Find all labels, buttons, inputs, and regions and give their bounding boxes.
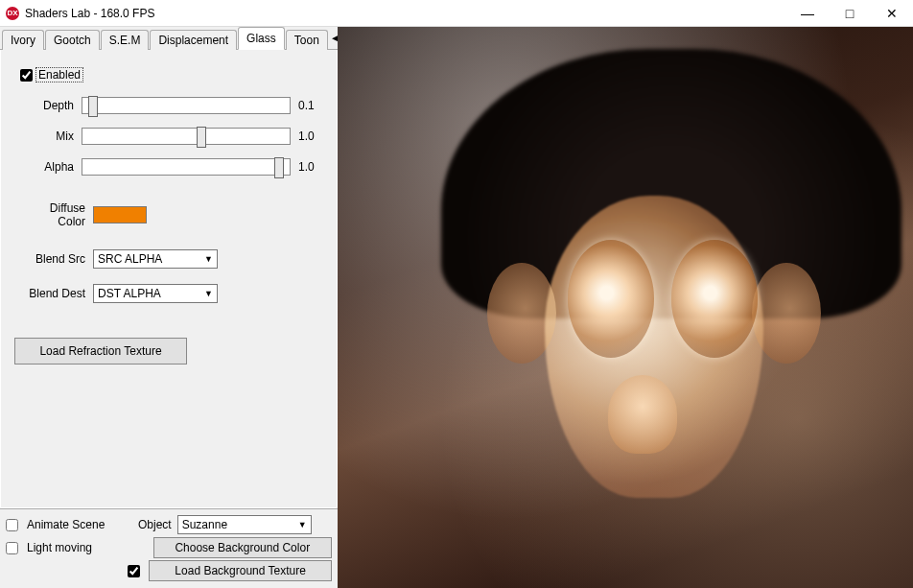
blend-src-label: Blend Src <box>20 252 93 266</box>
light-checkbox[interactable] <box>6 542 18 554</box>
tab-sem[interactable]: S.E.M <box>101 30 150 50</box>
depth-value: 0.1 <box>298 99 327 112</box>
titlebar: DX Shaders Lab - 168.0 FPS ― □ ✕ <box>0 0 913 27</box>
alpha-thumb[interactable] <box>274 157 284 178</box>
load-bg-texture-button[interactable]: Load Background Texture <box>149 560 332 581</box>
bg-texture-checkbox[interactable] <box>128 565 140 577</box>
bottom-row-3: Load Background Texture <box>6 559 332 582</box>
tab-gootch[interactable]: Gootch <box>45 30 100 50</box>
mix-thumb[interactable] <box>197 127 206 148</box>
depth-thumb[interactable] <box>88 96 98 117</box>
blend-src-row: Blend Src SRC ALPHA ▼ <box>20 246 327 272</box>
chevron-down-icon: ▼ <box>204 289 213 298</box>
animate-label: Animate Scene <box>27 518 132 531</box>
tabstrip: Ivory Gootch S.E.M Displacement Glass To… <box>0 27 338 50</box>
mix-value: 1.0 <box>298 129 327 143</box>
window-title: Shaders Lab - 168.0 FPS <box>25 7 786 20</box>
blend-src-value: SRC ALPHA <box>98 252 162 266</box>
depth-slider[interactable] <box>82 97 291 114</box>
blend-dest-label: Blend Dest <box>20 287 93 300</box>
tab-toon[interactable]: Toon <box>286 30 328 50</box>
mix-label: Mix <box>20 129 82 143</box>
alpha-slider[interactable] <box>82 158 291 176</box>
close-button[interactable]: ✕ <box>871 0 913 26</box>
maximize-button[interactable]: □ <box>829 0 871 26</box>
object-label: Object <box>138 518 172 531</box>
load-refraction-button[interactable]: Load Refraction Texture <box>14 338 187 365</box>
enabled-checkbox[interactable] <box>20 69 33 82</box>
tab-ivory[interactable]: Ivory <box>2 30 44 50</box>
tab-displacement[interactable]: Displacement <box>150 30 237 50</box>
depth-slider-wrap: 0.1 <box>82 97 327 114</box>
viewport-nose <box>608 375 677 454</box>
bottom-row-1: Animate Scene Object Suzanne ▼ <box>6 513 332 536</box>
mix-slider-wrap: 1.0 <box>82 128 327 145</box>
alpha-value: 1.0 <box>298 160 327 174</box>
left-panel: Ivory Gootch S.E.M Displacement Glass To… <box>0 27 338 588</box>
tab-glass[interactable]: Glass <box>238 27 285 50</box>
enabled-row: Enabled <box>20 61 327 88</box>
blend-dest-select[interactable]: DST ALPHA ▼ <box>93 284 218 303</box>
render-viewport[interactable] <box>338 27 913 588</box>
app-icon: DX <box>6 7 19 20</box>
main-area: Ivory Gootch S.E.M Displacement Glass To… <box>0 27 913 588</box>
animate-checkbox[interactable] <box>6 519 18 531</box>
depth-label: Depth <box>20 99 82 112</box>
viewport-eye-left <box>568 240 654 358</box>
choose-bg-color-button[interactable]: Choose Background Color <box>153 537 333 558</box>
alpha-slider-wrap: 1.0 <box>82 158 327 176</box>
blend-dest-value: DST ALPHA <box>98 287 161 300</box>
object-value: Suzanne <box>182 518 227 531</box>
alpha-label: Alpha <box>20 160 82 174</box>
mix-slider[interactable] <box>82 128 291 145</box>
depth-row: Depth 0.1 <box>20 92 327 119</box>
bottom-panel: Animate Scene Object Suzanne ▼ Light mov… <box>0 508 338 588</box>
mix-row: Mix 1.0 <box>20 123 327 150</box>
enabled-label: Enabled <box>35 67 83 82</box>
diffuse-color-swatch[interactable] <box>93 206 147 223</box>
viewport-eye-right <box>671 240 758 358</box>
glass-panel: Enabled Depth 0.1 Mix 1.0 <box>0 50 338 508</box>
light-label: Light moving <box>27 541 128 554</box>
diffuse-color-row: Diffuse Color <box>20 201 327 228</box>
minimize-button[interactable]: ― <box>786 0 829 26</box>
window-controls: ― □ ✕ <box>786 0 913 26</box>
object-select[interactable]: Suzanne ▼ <box>177 515 312 534</box>
chevron-down-icon: ▼ <box>298 520 307 529</box>
diffuse-color-label: Diffuse Color <box>20 201 93 228</box>
chevron-down-icon: ▼ <box>204 254 213 264</box>
bottom-row-2: Light moving Choose Background Color <box>6 536 332 559</box>
alpha-row: Alpha 1.0 <box>20 153 327 180</box>
blend-src-select[interactable]: SRC ALPHA ▼ <box>93 249 218 269</box>
blend-dest-row: Blend Dest DST ALPHA ▼ <box>20 280 327 307</box>
